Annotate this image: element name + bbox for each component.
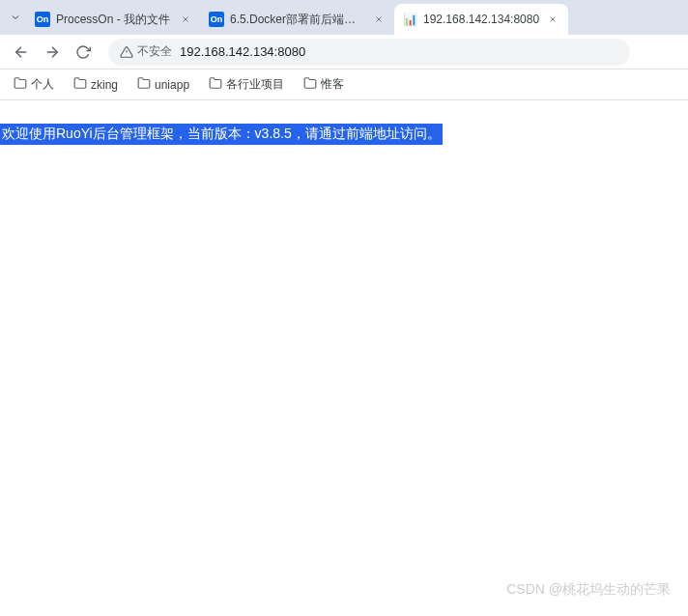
tab-0[interactable]: OnProcessOn - 我的文件 <box>27 4 201 35</box>
url-text: 192.168.142.134:8080 <box>180 44 305 59</box>
tab-title-0: ProcessOn - 我的文件 <box>56 12 174 28</box>
bookmark-1[interactable]: zking <box>68 72 124 97</box>
bookmark-2[interactable]: uniapp <box>131 72 195 97</box>
tab-favicon-1: On <box>209 12 224 27</box>
folder-icon <box>137 76 151 93</box>
toolbar: 不安全 192.168.142.134:8080 <box>0 35 688 70</box>
bookmark-label: uniapp <box>155 78 189 92</box>
security-warning-icon: 不安全 <box>120 43 172 60</box>
tab-title-2: 192.168.142.134:8080 <box>423 13 541 26</box>
tab-close-button-0[interactable] <box>178 12 193 27</box>
watermark: CSDN @桃花坞生动的芒果 <box>506 581 671 599</box>
tab-favicon-0: On <box>35 12 50 27</box>
back-button[interactable] <box>8 39 35 66</box>
bookmark-0[interactable]: 个人 <box>8 72 60 97</box>
forward-button[interactable] <box>39 39 66 66</box>
folder-icon <box>14 76 27 93</box>
security-label: 不安全 <box>137 43 172 60</box>
bookmark-label: 个人 <box>31 76 54 93</box>
welcome-message: 欢迎使用RuoYi后台管理框架，当前版本：v3.8.5，请通过前端地址访问。 <box>0 124 443 145</box>
tab-1[interactable]: On6.5.Docker部署前后端分离项目 <box>201 4 394 35</box>
folder-icon <box>73 76 87 93</box>
tab-favicon-2: 📊 <box>402 12 417 27</box>
tab-close-button-1[interactable] <box>371 12 387 27</box>
tab-2[interactable]: 📊192.168.142.134:8080 <box>394 4 568 35</box>
bookmark-label: zking <box>91 78 118 92</box>
folder-icon <box>209 76 222 93</box>
tab-title-1: 6.5.Docker部署前后端分离项目 <box>230 12 367 28</box>
bookmarks-bar: 个人zkinguniapp各行业项目惟客 <box>0 70 688 100</box>
tab-dropdown-button[interactable] <box>4 6 27 29</box>
reload-button[interactable] <box>70 39 97 66</box>
tab-close-button-2[interactable] <box>545 12 560 27</box>
folder-icon <box>303 76 317 93</box>
address-bar[interactable]: 不安全 192.168.142.134:8080 <box>108 39 630 66</box>
tab-bar: OnProcessOn - 我的文件On6.5.Docker部署前后端分离项目📊… <box>0 0 688 35</box>
page-content: 欢迎使用RuoYi后台管理框架，当前版本：v3.8.5，请通过前端地址访问。 <box>0 100 688 145</box>
bookmark-label: 惟客 <box>321 76 344 93</box>
bookmark-4[interactable]: 惟客 <box>298 72 350 97</box>
bookmark-label: 各行业项目 <box>226 76 284 93</box>
bookmark-3[interactable]: 各行业项目 <box>203 72 290 97</box>
